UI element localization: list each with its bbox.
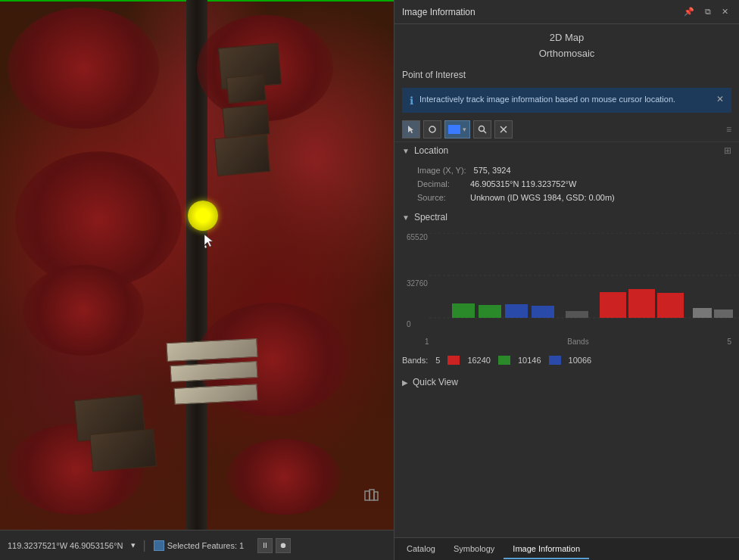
- clear-tool-button[interactable]: [494, 120, 513, 138]
- svg-rect-22: [714, 310, 733, 318]
- decimal-label: Decimal:: [417, 179, 463, 188]
- svg-rect-17: [566, 311, 588, 318]
- x-min-label: 1: [425, 338, 429, 346]
- bands-count: 5: [435, 356, 440, 365]
- right-panel: Image Information 📌 ⧉ ✕ 2D Map Orthomosa…: [394, 0, 739, 560]
- source-row: Source: Unknown (ID WGS 1984, GSD: 0.00m…: [394, 191, 739, 204]
- source-label: Source:: [417, 193, 463, 202]
- map-marker: [188, 201, 218, 231]
- spectral-chevron-icon: ▼: [402, 213, 410, 222]
- svg-rect-2: [374, 492, 378, 500]
- x-bands-label: Bands: [567, 338, 588, 346]
- svg-rect-14: [479, 305, 501, 318]
- tab-catalog[interactable]: Catalog: [398, 540, 444, 559]
- pause-button[interactable]: ⏸: [257, 538, 273, 553]
- svg-point-3: [429, 126, 435, 132]
- svg-rect-15: [505, 304, 528, 318]
- spectral-section-header[interactable]: ▼ Spectral: [394, 209, 739, 226]
- svg-rect-0: [365, 491, 370, 500]
- ortho-label: Orthomosaic: [394, 46, 739, 67]
- y-max-label: 65520: [407, 233, 428, 241]
- color-dropdown[interactable]: ▾: [444, 120, 470, 138]
- location-section-header[interactable]: ▼ Location ⊞: [394, 142, 739, 159]
- cursor-tool-button[interactable]: [402, 120, 420, 138]
- panel-title: Image Information: [402, 7, 476, 17]
- x-max-label: 5: [727, 338, 731, 346]
- y-min-label: 0: [407, 320, 411, 328]
- panel-controls: 📌 ⧉ ✕: [681, 5, 731, 18]
- toolbar-end-icon: ≡: [726, 124, 731, 135]
- blue-value: 10066: [569, 356, 592, 365]
- map-area[interactable]: [0, 0, 394, 530]
- selected-icon: [154, 540, 164, 551]
- blue-swatch: [549, 356, 561, 365]
- poi-label: Point of Interest: [394, 67, 739, 83]
- svg-rect-16: [532, 306, 554, 318]
- location-copy-icon[interactable]: ⊞: [724, 145, 731, 156]
- banner-close-button[interactable]: ✕: [716, 94, 724, 104]
- red-swatch: [447, 356, 460, 365]
- svg-rect-13: [452, 303, 475, 318]
- info-banner-text: Interactively track image information ba…: [419, 94, 710, 105]
- location-chevron-icon: ▼: [402, 147, 410, 155]
- tab-symbology[interactable]: Symbology: [444, 540, 504, 559]
- quickview-label: Quick View: [413, 377, 458, 387]
- circle-tool-button[interactable]: [423, 120, 441, 138]
- svg-line-5: [484, 131, 487, 134]
- decimal-row: Decimal: 46.905315°N 119.323752°W: [394, 177, 739, 191]
- tab-image-information[interactable]: Image Information: [504, 540, 589, 559]
- info-banner: ℹ Interactively track image information …: [402, 88, 731, 113]
- map-tool-icon[interactable]: [363, 488, 379, 507]
- status-bar: 119.3237521°W 46.9053156°N ▾ | Selected …: [0, 530, 394, 560]
- svg-rect-21: [693, 308, 712, 318]
- close-button[interactable]: ✕: [719, 5, 731, 18]
- quickview-chevron-icon: ▶: [402, 378, 408, 387]
- panel-titlebar: Image Information 📌 ⧉ ✕: [394, 0, 739, 24]
- y-mid-label: 32760: [407, 279, 428, 288]
- location-section: Image (X, Y): 575, 3924 Decimal: 46.9053…: [394, 159, 739, 209]
- image-xy-value: 575, 3924: [474, 166, 511, 175]
- status-divider: |: [143, 539, 146, 552]
- panel-content: 2D Map Orthomosaic Point of Interest ℹ I…: [394, 24, 739, 537]
- coordinates-display: 119.3237521°W 46.9053156°N: [8, 541, 123, 550]
- search-tool-button[interactable]: [473, 120, 491, 138]
- red-value: 16240: [467, 356, 491, 365]
- selected-features: Selected Features: 1: [154, 540, 245, 551]
- float-button[interactable]: ⧉: [702, 5, 714, 18]
- green-value: 10146: [518, 356, 541, 365]
- coords-arrow[interactable]: ▾: [131, 540, 136, 550]
- decimal-value: 46.905315°N 119.323752°W: [470, 179, 576, 188]
- green-swatch: [498, 356, 510, 365]
- toolbar: ▾ ≡: [394, 117, 739, 142]
- record-button[interactable]: ⏺: [276, 538, 291, 553]
- info-icon: ℹ: [410, 95, 413, 107]
- svg-rect-18: [600, 292, 626, 318]
- chart-legend: Bands: 5 16240 10146 10066: [394, 351, 739, 369]
- location-label: Location: [414, 145, 448, 156]
- quickview-section-header[interactable]: ▶ Quick View: [394, 374, 739, 390]
- svg-rect-20: [657, 293, 684, 318]
- source-value: Unknown (ID WGS 1984, GSD: 0.00m): [470, 193, 615, 202]
- color-swatch: [448, 125, 460, 134]
- map-type-label: 2D Map: [394, 24, 739, 46]
- spectral-chart: 65520 32760 0: [402, 230, 731, 351]
- image-xy-row: Image (X, Y): 575, 3924: [394, 163, 739, 177]
- x-axis: 1 Bands 5: [402, 336, 731, 346]
- spectral-chart-svg: [429, 233, 739, 331]
- cursor-icon: [203, 233, 215, 248]
- bottom-tabs: Catalog Symbology Image Information: [394, 537, 739, 560]
- spectral-section: 65520 32760 0: [394, 226, 739, 374]
- dropdown-arrow-icon: ▾: [463, 126, 466, 133]
- svg-rect-1: [370, 490, 374, 500]
- spectral-label: Spectral: [414, 212, 447, 222]
- bands-label: Bands:: [402, 356, 428, 365]
- image-xy-label: Image (X, Y):: [417, 166, 466, 175]
- svg-point-4: [479, 126, 485, 132]
- svg-rect-19: [628, 289, 655, 318]
- pin-button[interactable]: 📌: [681, 5, 697, 18]
